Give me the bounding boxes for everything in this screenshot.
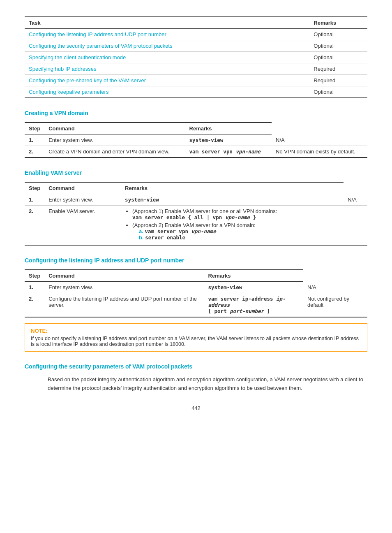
table-row: 2. Configure the listening IP address an… xyxy=(25,293,367,317)
command-cell: vam server ip-address ip-address [ port … xyxy=(204,293,304,317)
command-col-header: Command xyxy=(44,270,204,282)
remarks-cell: Optional xyxy=(309,29,367,40)
command-text: vam server ip-address ip-address xyxy=(208,296,286,308)
remarks-cell: Optional xyxy=(309,40,367,52)
creating-vpn-table: Step Command Remarks 1. Enter system vie… xyxy=(25,122,367,158)
step-num: 1. xyxy=(29,197,33,203)
table-row: Configuring keepalive parametersOptional xyxy=(25,86,367,98)
command-text2: [ port port-number ] xyxy=(208,308,270,314)
step-num: 2. xyxy=(29,208,33,214)
remarks-text: No VPN domain exists by default. xyxy=(272,146,367,158)
table-row: Configuring the listening IP address and… xyxy=(25,29,367,40)
listening-ip-title: Configuring the listening IP address and… xyxy=(25,257,367,264)
command-text: vam server vpn vpn-name xyxy=(189,148,261,155)
step-desc: Enter system view. xyxy=(44,282,204,293)
approach2-intro: (Approach 2) Enable VAM server for a VPN… xyxy=(132,222,256,228)
table-row: 2. Enable VAM server. (Approach 1) Enabl… xyxy=(25,206,367,246)
remarks-text: Not configured by default xyxy=(303,293,367,317)
step-desc: Create a VPN domain and enter VPN domain… xyxy=(44,146,185,158)
step-desc: Enter system view. xyxy=(44,134,185,146)
table-row: Specifying hub IP addressesRequired xyxy=(25,63,367,75)
enabling-vam-table: Step Command Remarks 1. Enter system vie… xyxy=(25,182,367,246)
table-row: Configuring the pre-shared key of the VA… xyxy=(25,75,367,86)
command-text: system-view xyxy=(125,197,159,203)
note-box: NOTE: If you do not specify a listening … xyxy=(25,323,367,352)
step-desc: Configure the listening IP address and U… xyxy=(44,293,204,317)
step-num: 1. xyxy=(29,137,33,143)
table-row: 1. Enter system view. system-view N/A xyxy=(25,194,367,206)
task-col-header: Task xyxy=(25,17,309,29)
remarks-cell: Optional xyxy=(309,52,367,63)
sub-label-a: a. xyxy=(139,228,143,234)
step-num: 1. xyxy=(29,284,33,290)
task-link[interactable]: Specifying the client authentication mod… xyxy=(25,52,309,63)
step-col-header: Step xyxy=(25,270,44,282)
command-text: system-view xyxy=(208,284,242,290)
table-row: 2. Create a VPN domain and enter VPN dom… xyxy=(25,146,367,158)
task-link[interactable]: Specifying hub IP addresses xyxy=(25,63,309,75)
step-num: 2. xyxy=(29,148,33,155)
table-row: Configuring the security parameters of V… xyxy=(25,40,367,52)
step-col-header: Step xyxy=(25,123,44,134)
listening-ip-table: Step Command Remarks 1. Enter system vie… xyxy=(25,269,367,317)
remarks-text: N/A xyxy=(344,194,367,206)
remarks-cell: Required xyxy=(309,63,367,75)
remarks-col-header: Remarks xyxy=(309,17,367,29)
approach2b-cmd: server enable xyxy=(145,234,185,241)
approach2a-cmd: vam server vpn vpn-name xyxy=(145,228,216,234)
approach1-cmd: vam server enable { all | vpn vpn-name } xyxy=(132,214,256,220)
command-col-header: Command xyxy=(44,182,121,194)
command-cell: (Approach 1) Enable VAM server for one o… xyxy=(121,206,344,246)
task-link[interactable]: Configuring the listening IP address and… xyxy=(25,29,309,40)
table-row: 1. Enter system view. system-view N/A xyxy=(25,134,367,146)
table-row: 1. Enter system view. system-view N/A xyxy=(25,282,367,293)
remarks-text: N/A xyxy=(303,282,367,293)
remarks-cell: Required xyxy=(309,75,367,86)
task-link[interactable]: Configuring the pre-shared key of the VA… xyxy=(25,75,309,86)
page-number: 442 xyxy=(25,405,367,411)
note-title: NOTE: xyxy=(31,328,361,334)
remarks-text: N/A xyxy=(272,134,367,146)
creating-vpn-title: Creating a VPN domain xyxy=(25,110,367,116)
task-link[interactable]: Configuring the security parameters of V… xyxy=(25,40,309,52)
step-num: 2. xyxy=(29,296,33,302)
enabling-vam-title: Enabling VAM server xyxy=(25,169,367,176)
sub-label-b: b. xyxy=(139,234,144,241)
security-params-body: Based on the packet integrity authentica… xyxy=(25,375,367,393)
task-table: Task Remarks Configuring the listening I… xyxy=(25,16,367,98)
approach1-intro: (Approach 1) Enable VAM server for one o… xyxy=(132,208,277,214)
command-col-header: Command xyxy=(44,123,185,134)
remarks-col-header: Remarks xyxy=(121,182,344,194)
remarks-col-header: Remarks xyxy=(204,270,304,282)
command-text: system-view xyxy=(189,137,224,143)
security-params-title: Configuring the security parameters of V… xyxy=(25,363,367,370)
table-row: Specifying the client authentication mod… xyxy=(25,52,367,63)
step-desc: Enter system view. xyxy=(44,194,121,206)
remarks-cell: Optional xyxy=(309,86,367,98)
remarks-col-header: Remarks xyxy=(185,123,272,134)
remarks-text xyxy=(344,206,367,246)
step-desc: Enable VAM server. xyxy=(44,206,121,246)
note-text: If you do not specify a listening IP add… xyxy=(31,336,361,347)
step-col-header: Step xyxy=(25,182,44,194)
task-link[interactable]: Configuring keepalive parameters xyxy=(25,86,309,98)
